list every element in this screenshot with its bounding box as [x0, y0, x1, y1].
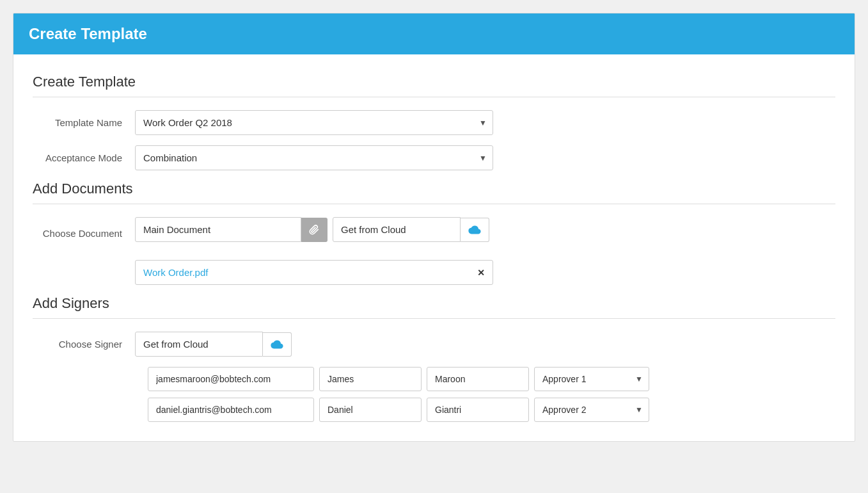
document-row — [135, 217, 489, 242]
signer-1-first-name[interactable] — [319, 367, 422, 391]
choose-document-label: Choose Document — [33, 228, 135, 239]
uploaded-file-group: Work Order.pdf ✕ — [33, 260, 835, 285]
paperclip-icon — [309, 225, 319, 235]
remove-file-button[interactable]: ✕ — [477, 268, 485, 278]
header-title: Create Template — [29, 25, 147, 42]
create-template-heading: Create Template — [33, 74, 835, 97]
signer-rows-container: Approver 1 Approver 2 Signer ▼ Approv — [148, 367, 835, 422]
signer-cloud-group — [135, 332, 292, 357]
signer-row: Approver 2 Approver 1 Signer ▼ — [148, 398, 835, 422]
get-from-cloud-input[interactable] — [333, 217, 461, 242]
signer-1-email[interactable] — [148, 367, 314, 391]
get-from-cloud-group — [333, 217, 489, 242]
create-template-section: Create Template Template Name Work Order… — [33, 74, 835, 170]
cloud-signer-icon — [271, 339, 283, 350]
page-content: Create Template Template Name Work Order… — [13, 54, 855, 441]
signer-1-last-name[interactable] — [427, 367, 529, 391]
acceptance-mode-select[interactable]: Combination Any All — [135, 145, 493, 170]
cloud-icon — [468, 225, 481, 235]
choose-document-group: Choose Document — [33, 217, 835, 250]
signer-row: Approver 1 Approver 2 Signer ▼ — [148, 367, 835, 391]
page-header: Create Template — [13, 13, 855, 54]
add-documents-heading: Add Documents — [33, 181, 835, 204]
template-name-group: Template Name Work Order Q2 2018 Work Or… — [33, 110, 835, 135]
template-name-label: Template Name — [33, 117, 135, 128]
acceptance-mode-select-wrapper: Combination Any All ▼ — [135, 145, 493, 170]
signer-1-role-wrapper: Approver 1 Approver 2 Signer ▼ — [534, 367, 649, 391]
get-from-cloud-button[interactable] — [461, 218, 489, 242]
signer-1-role-select[interactable]: Approver 1 Approver 2 Signer — [534, 367, 649, 391]
add-signers-heading: Add Signers — [33, 295, 835, 319]
choose-signer-group: Choose Signer — [33, 332, 835, 357]
choose-signer-label: Choose Signer — [33, 339, 135, 350]
add-documents-section: Add Documents Choose Document — [33, 181, 835, 285]
signer-2-last-name[interactable] — [427, 398, 529, 422]
signer-2-role-select[interactable]: Approver 2 Approver 1 Signer — [534, 398, 649, 422]
signer-2-role-wrapper: Approver 2 Approver 1 Signer ▼ — [534, 398, 649, 422]
main-document-input-group — [135, 217, 327, 242]
signer-2-first-name[interactable] — [319, 398, 422, 422]
template-name-select-wrapper: Work Order Q2 2018 Work Order Q1 2018 ▼ — [135, 110, 493, 135]
uploaded-file-name: Work Order.pdf — [143, 267, 208, 278]
signer-2-email[interactable] — [148, 398, 314, 422]
template-name-select[interactable]: Work Order Q2 2018 Work Order Q1 2018 — [135, 110, 493, 135]
main-container: Create Template Create Template Template… — [13, 13, 855, 442]
main-document-input[interactable] — [135, 217, 301, 242]
get-from-cloud-signer-button[interactable] — [263, 332, 292, 357]
acceptance-mode-label: Acceptance Mode — [33, 152, 135, 163]
attach-button[interactable] — [301, 218, 327, 242]
get-from-cloud-signer-input[interactable] — [135, 332, 263, 357]
acceptance-mode-group: Acceptance Mode Combination Any All ▼ — [33, 145, 835, 170]
uploaded-file-display: Work Order.pdf ✕ — [135, 260, 493, 285]
add-signers-section: Add Signers Choose Signer — [33, 295, 835, 422]
